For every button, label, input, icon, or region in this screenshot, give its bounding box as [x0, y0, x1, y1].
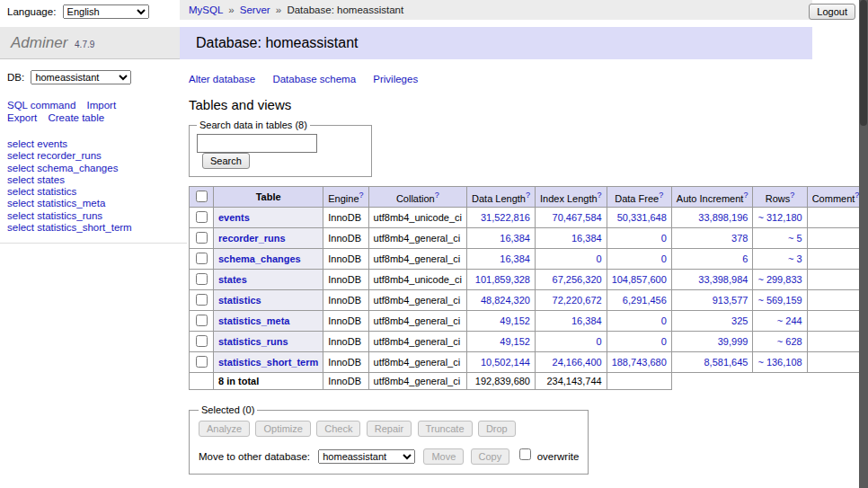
row-select-checkbox[interactable] — [196, 273, 208, 285]
index-length-link[interactable]: 16,384 — [571, 315, 602, 326]
language-select[interactable]: English — [63, 4, 149, 19]
drop-button[interactable]: Drop — [478, 421, 516, 437]
create-table-sidebar-link[interactable]: Create table — [48, 112, 104, 123]
row-select-checkbox[interactable] — [196, 232, 208, 244]
data-free-link[interactable]: 104,857,600 — [612, 274, 667, 285]
index-length-link[interactable]: 24,166,400 — [553, 357, 602, 368]
data-free-link[interactable]: 0 — [661, 253, 667, 264]
row-select-checkbox[interactable] — [196, 315, 208, 326]
auto-increment-link[interactable]: 8,581,645 — [704, 357, 748, 368]
row-select-checkbox[interactable] — [196, 356, 208, 368]
select-all-checkbox[interactable] — [196, 191, 208, 202]
adminer-logo-link[interactable]: Adminer — [11, 34, 67, 51]
row-select-checkbox[interactable] — [196, 294, 208, 306]
export-link[interactable]: Export — [7, 112, 37, 123]
select-table-link[interactable]: select recorder_runs — [7, 150, 102, 161]
table-structure-link[interactable]: schema_changes — [218, 253, 301, 264]
check-button[interactable]: Check — [316, 421, 360, 437]
auto-increment-link[interactable]: 913,577 — [713, 295, 748, 306]
data-free-link[interactable]: 6,291,456 — [623, 295, 667, 306]
vertical-scrollbar[interactable] — [859, 0, 868, 488]
overwrite-checkbox[interactable] — [519, 448, 531, 460]
index-length-link[interactable]: 0 — [597, 336, 602, 347]
select-table-link[interactable]: select states — [7, 174, 65, 185]
copy-button[interactable]: Copy — [471, 448, 510, 465]
auto-increment-link[interactable]: 6 — [742, 253, 748, 264]
row-select-checkbox[interactable] — [196, 335, 208, 347]
rows-count-link[interactable]: ~ 5 — [788, 233, 802, 244]
breadcrumb-mysql-link[interactable]: MySQL — [189, 4, 223, 15]
data-free-link[interactable]: 0 — [661, 233, 667, 244]
data-length-link[interactable]: 16,384 — [500, 253, 530, 264]
auto-increment-help-link[interactable]: ? — [743, 191, 748, 200]
data-length-link[interactable]: 101,859,328 — [475, 274, 530, 285]
data-free-link[interactable]: 0 — [661, 336, 667, 347]
move-database-select[interactable]: homeassistant — [318, 449, 415, 464]
data-length-link[interactable]: 10,502,144 — [481, 357, 530, 368]
search-button[interactable]: Search — [202, 153, 250, 169]
database-schema-link[interactable]: Database schema — [272, 74, 356, 84]
rows-help-link[interactable]: ? — [790, 191, 794, 200]
index-length-link[interactable]: 67,256,320 — [553, 274, 602, 285]
move-button[interactable]: Move — [423, 448, 464, 465]
data-length-link[interactable]: 49,152 — [500, 336, 530, 347]
row-select-checkbox[interactable] — [196, 211, 208, 223]
auto-increment-link[interactable]: 325 — [731, 315, 748, 326]
sql-command-link[interactable]: SQL command — [7, 100, 75, 111]
index-length-help-link[interactable]: ? — [598, 191, 602, 200]
data-free-help-link[interactable]: ? — [659, 191, 663, 200]
auto-increment-link[interactable]: 33,398,984 — [698, 274, 748, 285]
rows-count-link[interactable]: ~ 569,159 — [757, 295, 802, 306]
table-structure-link[interactable]: statistics_meta — [218, 315, 290, 326]
select-table-link[interactable]: select statistics_short_term — [7, 222, 132, 233]
rows-count-link[interactable]: ~ 299,833 — [757, 274, 802, 285]
index-length-link[interactable]: 0 — [597, 253, 602, 264]
select-table-link[interactable]: select statistics_meta — [7, 198, 105, 209]
table-structure-link[interactable]: states — [218, 274, 247, 285]
truncate-button[interactable]: Truncate — [418, 421, 473, 437]
rows-count-link[interactable]: ~ 244 — [777, 315, 802, 326]
alter-database-link[interactable]: Alter database — [189, 74, 255, 84]
breadcrumb-server-link[interactable]: Server — [240, 4, 270, 15]
privileges-link[interactable]: Privileges — [373, 74, 418, 84]
data-length-link[interactable]: 48,824,320 — [481, 295, 530, 306]
search-input[interactable] — [197, 134, 317, 153]
select-table-link[interactable]: select statistics_runs — [7, 210, 102, 221]
index-length-link[interactable]: 16,384 — [571, 233, 602, 244]
engine-help-link[interactable]: ? — [359, 191, 364, 200]
data-free-link[interactable]: 50,331,648 — [617, 212, 667, 223]
index-length-link[interactable]: 70,467,584 — [553, 212, 602, 223]
table-structure-link[interactable]: statistics_runs — [218, 336, 288, 347]
optimize-button[interactable]: Optimize — [255, 421, 310, 437]
rows-count-link[interactable]: ~ 3 — [788, 253, 802, 264]
import-link[interactable]: Import — [86, 100, 116, 111]
table-structure-link[interactable]: recorder_runs — [218, 233, 286, 244]
select-table-link[interactable]: select events — [7, 138, 67, 149]
repair-button[interactable]: Repair — [367, 421, 412, 437]
data-length-link[interactable]: 49,152 — [500, 315, 530, 326]
data-length-link[interactable]: 31,522,816 — [481, 212, 530, 223]
scrollbar-thumb[interactable] — [860, 0, 867, 126]
data-free-link[interactable]: 0 — [661, 315, 667, 326]
table-structure-link[interactable]: statistics_short_term — [218, 357, 318, 368]
rows-count-link[interactable]: ~ 312,180 — [757, 212, 802, 223]
data-length-link[interactable]: 16,384 — [500, 233, 530, 244]
select-table-link[interactable]: select schema_changes — [7, 163, 118, 173]
auto-increment-link[interactable]: 39,999 — [718, 336, 748, 347]
logout-button[interactable]: Logout — [809, 4, 855, 20]
select-table-link[interactable]: select statistics — [7, 186, 76, 197]
auto-increment-link[interactable]: 33,898,196 — [698, 212, 748, 223]
collation-help-link[interactable]: ? — [435, 191, 439, 200]
data-length-help-link[interactable]: ? — [526, 191, 530, 200]
rows-count-link[interactable]: ~ 628 — [777, 336, 802, 347]
analyze-button[interactable]: Analyze — [199, 421, 250, 437]
table-structure-link[interactable]: statistics — [218, 295, 261, 306]
adminer-version[interactable]: 4.7.9 — [75, 40, 94, 49]
row-select-checkbox[interactable] — [196, 253, 208, 264]
table-structure-link[interactable]: events — [218, 212, 250, 223]
index-length-link[interactable]: 72,220,672 — [553, 295, 602, 306]
data-free-link[interactable]: 188,743,680 — [612, 357, 667, 368]
rows-count-link[interactable]: ~ 136,108 — [757, 357, 802, 368]
db-select[interactable]: homeassistant — [31, 70, 131, 84]
auto-increment-link[interactable]: 378 — [731, 233, 748, 244]
